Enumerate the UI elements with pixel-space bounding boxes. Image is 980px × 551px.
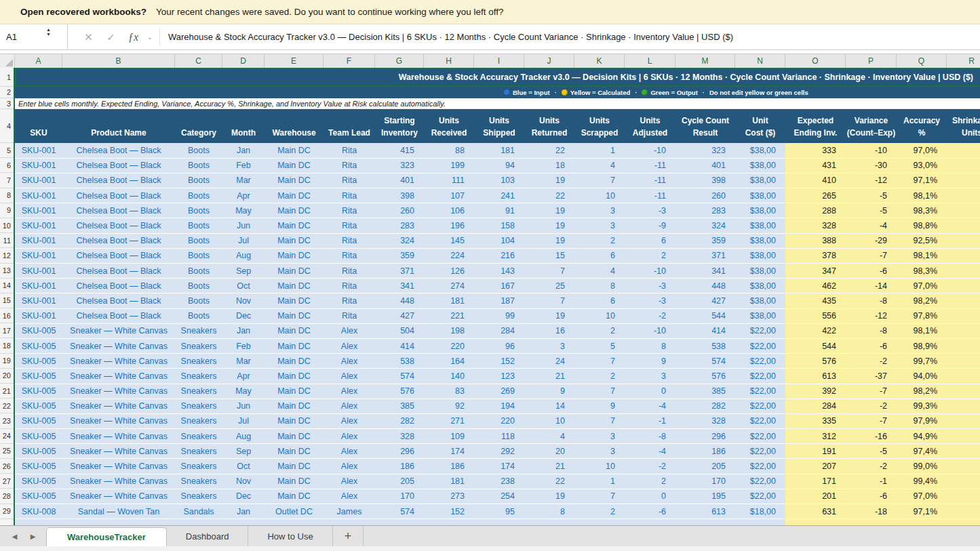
cell-N21[interactable]: $22,00 [735, 384, 785, 399]
row-number-15[interactable]: 15 [0, 293, 14, 308]
cell-J17[interactable]: 16 [524, 323, 574, 338]
cell-E23[interactable]: Main DC [264, 413, 324, 428]
column-letter-I[interactable]: I [474, 54, 524, 68]
cell-C9[interactable]: Boots [175, 203, 222, 218]
cell-R23[interactable] [947, 413, 980, 428]
cell-G17[interactable]: 504 [375, 323, 424, 338]
cell-Q27[interactable]: 99,4% [897, 474, 947, 489]
header-cell-I[interactable]: Units Shipped [474, 109, 524, 143]
cell-P28[interactable]: -6 [846, 489, 897, 504]
cell-H21[interactable]: 83 [424, 384, 474, 399]
cell-I13[interactable]: 143 [474, 264, 524, 279]
column-letter-D[interactable]: D [222, 54, 264, 68]
cell-L22[interactable]: -4 [625, 399, 675, 413]
cell-R14[interactable] [947, 279, 980, 293]
cell-F17[interactable]: Alex [324, 323, 375, 338]
cell-J13[interactable]: 7 [524, 264, 574, 279]
cell-P10[interactable]: -4 [846, 218, 897, 233]
cell-C8[interactable]: Boots [175, 188, 222, 203]
cell-J15[interactable]: 7 [524, 293, 574, 308]
row-number-2[interactable]: 2 [0, 87, 14, 98]
cell-G28[interactable]: 170 [375, 489, 424, 504]
cell-R28[interactable] [947, 489, 980, 504]
row-number-14[interactable]: 14 [0, 279, 14, 293]
cell-R29[interactable] [947, 504, 980, 519]
cell-A6[interactable]: SKU-001 [15, 158, 62, 173]
cell-M29[interactable]: 613 [675, 504, 735, 519]
cell-R15[interactable] [947, 293, 980, 308]
cell-O16[interactable]: 556 [785, 308, 846, 323]
cell-E7[interactable]: Main DC [264, 173, 324, 188]
cell-J16[interactable]: 19 [524, 308, 574, 323]
header-cell-R[interactable]: Shrinkage Units [947, 109, 980, 143]
cell-K8[interactable]: 10 [574, 188, 625, 203]
cell-I11[interactable]: 104 [474, 233, 524, 248]
cell-R6[interactable] [947, 158, 980, 173]
cell-O27[interactable]: 171 [785, 474, 846, 489]
cell-F29[interactable]: James [324, 504, 375, 519]
cell-R5[interactable] [947, 143, 980, 158]
next-sheet-arrow-icon[interactable]: ▶ [24, 526, 42, 546]
cell-A12[interactable]: SKU-001 [15, 248, 62, 263]
cell-C14[interactable]: Boots [175, 279, 222, 293]
cell-O17[interactable]: 422 [785, 323, 846, 338]
cell-Q25[interactable]: 97,4% [897, 444, 947, 459]
cell-B24[interactable]: Sneaker — White Canvas [62, 429, 175, 444]
cell-P27[interactable]: -1 [846, 474, 897, 489]
insert-function-icon[interactable]: ƒx [122, 31, 144, 43]
cell-M19[interactable]: 574 [675, 354, 735, 369]
row-number-10[interactable]: 10 [0, 218, 14, 233]
cell-C17[interactable]: Sneakers [175, 323, 222, 338]
cell-J6[interactable]: 18 [524, 158, 574, 173]
cell-K15[interactable]: 6 [574, 293, 625, 308]
cell-I15[interactable]: 187 [474, 293, 524, 308]
cell-K9[interactable]: 3 [574, 203, 625, 218]
cell-G7[interactable]: 401 [375, 173, 424, 188]
cell-C20[interactable]: Sneakers [175, 369, 222, 384]
cell-N18[interactable]: $22,00 [735, 338, 785, 353]
header-cell-F[interactable]: Team Lead [324, 109, 375, 143]
cell-G21[interactable]: 576 [375, 384, 424, 399]
cell-B9[interactable]: Chelsea Boot — Black [62, 203, 175, 218]
row-number-27[interactable]: 27 [0, 474, 14, 489]
header-cell-G[interactable]: Starting Inventory [375, 109, 424, 143]
cell-H12[interactable]: 224 [424, 248, 474, 263]
cell-M13[interactable]: 341 [675, 264, 735, 279]
cell-O13[interactable]: 347 [785, 264, 846, 279]
cell-P19[interactable]: -2 [846, 354, 897, 369]
cell-D16[interactable]: Dec [222, 308, 264, 323]
column-letter-B[interactable]: B [62, 54, 175, 68]
cell-O23[interactable]: 335 [785, 413, 846, 428]
cell-P24[interactable]: -16 [846, 429, 897, 444]
spinner-down-icon[interactable]: ▼ [46, 32, 51, 37]
cell-R21[interactable] [947, 384, 980, 399]
cell-B28[interactable]: Sneaker — White Canvas [62, 489, 175, 504]
spinner-up-icon[interactable]: ▲ [46, 27, 51, 32]
cell-D29[interactable]: Jan [222, 504, 264, 519]
cell-O5[interactable]: 333 [785, 143, 846, 158]
cell-E20[interactable]: Main DC [264, 369, 324, 384]
cell-G8[interactable]: 398 [375, 188, 424, 203]
cell-A21[interactable]: SKU-005 [15, 384, 62, 399]
cell-D5[interactable]: Jan [222, 143, 264, 158]
cell-Q12[interactable]: 98,1% [897, 248, 947, 263]
cell-F21[interactable]: Alex [324, 384, 375, 399]
cell-C27[interactable]: Sneakers [175, 474, 222, 489]
header-cell-J[interactable]: Units Returned [524, 109, 574, 143]
cell-H22[interactable]: 92 [424, 399, 474, 413]
header-cell-D[interactable]: Month [222, 109, 264, 143]
cell-P14[interactable]: -14 [846, 279, 897, 293]
header-cell-H[interactable]: Units Received [424, 109, 474, 143]
row-number-5[interactable]: 5 [0, 143, 14, 158]
cell-J25[interactable]: 20 [524, 444, 574, 459]
cell-E29[interactable]: Outlet DC [264, 504, 324, 519]
cell-D13[interactable]: Sep [222, 264, 264, 279]
cell-E28[interactable]: Main DC [264, 489, 324, 504]
cell-A7[interactable]: SKU-001 [15, 173, 62, 188]
cell-B26[interactable]: Sneaker — White Canvas [62, 459, 175, 474]
cell-A11[interactable]: SKU-001 [15, 233, 62, 248]
header-cell-C[interactable]: Category [175, 109, 222, 143]
cell-E6[interactable]: Main DC [264, 158, 324, 173]
cell-G24[interactable]: 328 [375, 429, 424, 444]
cell-F6[interactable]: Rita [324, 158, 375, 173]
